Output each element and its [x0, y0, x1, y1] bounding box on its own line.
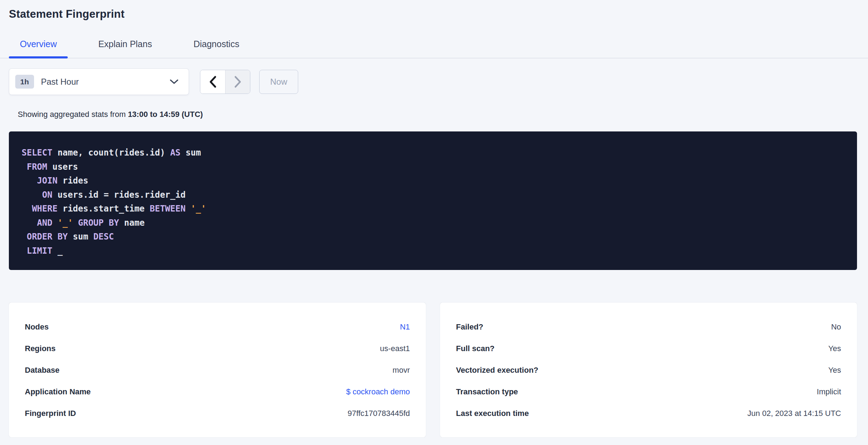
- row-fingerprint-id: Fingerprint ID 97ffc170783445fd: [25, 402, 410, 424]
- nodes-label: Nodes: [25, 322, 49, 332]
- page-header: Statement Fingerprint: [0, 0, 868, 21]
- row-failed: Failed? No: [456, 316, 841, 338]
- application-name-value-link[interactable]: $ cockroach demo: [346, 387, 410, 396]
- nodes-value-link[interactable]: N1: [400, 322, 410, 332]
- next-interval-button[interactable]: [225, 70, 250, 94]
- sql-statement-box: SELECT name, count(rides.id) AS sum FROM…: [9, 131, 857, 270]
- aggregated-stats-line: Showing aggregated stats from 13:00 to 1…: [9, 110, 857, 119]
- failed-value: No: [831, 322, 841, 332]
- previous-interval-button[interactable]: [200, 70, 225, 94]
- fingerprint-id-label: Fingerprint ID: [25, 409, 76, 418]
- vectorized-execution-label: Vectorized execution?: [456, 366, 538, 375]
- last-execution-time-label: Last execution time: [456, 409, 529, 418]
- time-interval-label: Past Hour: [41, 77, 169, 87]
- row-database: Database movr: [25, 359, 410, 381]
- tab-overview[interactable]: Overview: [9, 35, 68, 58]
- sql-code: SELECT name, count(rides.id) AS sum FROM…: [22, 146, 843, 258]
- vectorized-execution-value: Yes: [828, 366, 841, 375]
- regions-label: Regions: [25, 344, 56, 353]
- row-vectorized-execution: Vectorized execution? Yes: [456, 359, 841, 381]
- chevron-left-icon: [208, 75, 217, 88]
- row-transaction-type: Transaction type Implicit: [456, 381, 841, 402]
- tab-explain-plans[interactable]: Explain Plans: [87, 35, 163, 58]
- last-execution-time-value: Jun 02, 2023 at 14:15 UTC: [747, 409, 841, 418]
- row-regions: Regions us-east1: [25, 338, 410, 359]
- page-title: Statement Fingerprint: [9, 8, 859, 21]
- transaction-type-label: Transaction type: [456, 387, 518, 396]
- chevron-right-icon: [234, 75, 242, 88]
- summary-cards: Nodes N1 Regions us-east1 Database movr …: [9, 303, 857, 437]
- interval-badge: 1h: [15, 75, 34, 89]
- statement-details-card: Nodes N1 Regions us-east1 Database movr …: [9, 303, 426, 437]
- time-toolbar: 1h Past Hour Now: [9, 68, 857, 95]
- failed-label: Failed?: [456, 322, 483, 332]
- time-interval-dropdown[interactable]: 1h Past Hour: [9, 68, 189, 95]
- tab-bar: Overview Explain Plans Diagnostics: [0, 35, 868, 58]
- tab-overview-label: Overview: [20, 39, 57, 49]
- full-scan-value: Yes: [828, 344, 841, 353]
- fingerprint-id-value: 97ffc170783445fd: [347, 409, 410, 418]
- row-full-scan: Full scan? Yes: [456, 338, 841, 359]
- full-scan-label: Full scan?: [456, 344, 495, 353]
- transaction-type-value: Implicit: [817, 387, 841, 396]
- stats-line-range: 13:00 to 14:59 (UTC): [128, 110, 203, 119]
- row-application-name: Application Name $ cockroach demo: [25, 381, 410, 402]
- tab-diagnostics[interactable]: Diagnostics: [183, 35, 250, 58]
- regions-value: us-east1: [380, 344, 410, 353]
- row-nodes: Nodes N1: [25, 316, 410, 338]
- execution-attributes-card: Failed? No Full scan? Yes Vectorized exe…: [440, 303, 857, 437]
- database-label: Database: [25, 366, 60, 375]
- stats-line-prefix: Showing aggregated stats from: [18, 110, 128, 119]
- tab-explain-plans-label: Explain Plans: [98, 39, 152, 49]
- row-last-execution-time: Last execution time Jun 02, 2023 at 14:1…: [456, 402, 841, 424]
- database-value: movr: [393, 366, 410, 375]
- chevron-down-icon: [169, 79, 179, 85]
- time-pager: [200, 70, 250, 94]
- application-name-label: Application Name: [25, 387, 91, 396]
- now-button[interactable]: Now: [259, 70, 298, 94]
- tab-diagnostics-label: Diagnostics: [194, 39, 239, 49]
